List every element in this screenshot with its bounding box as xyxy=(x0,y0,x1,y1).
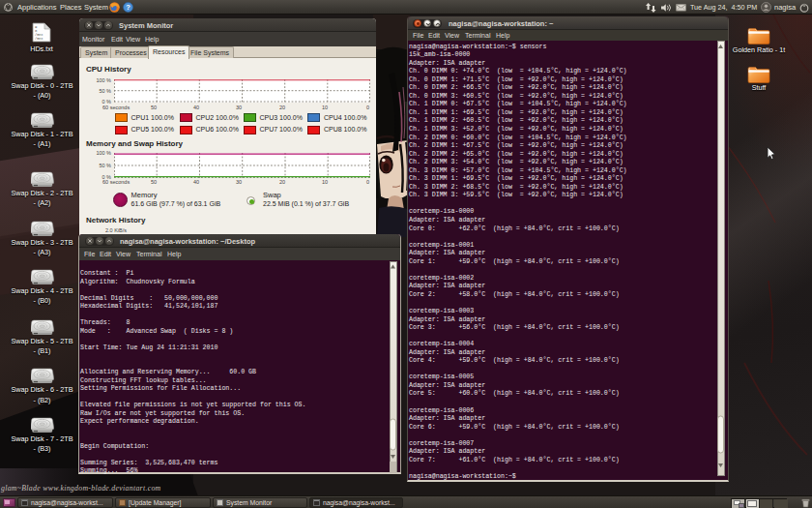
svg-text:?: ? xyxy=(126,3,130,12)
svg-text:/mnt: /mnt xyxy=(35,37,44,41)
